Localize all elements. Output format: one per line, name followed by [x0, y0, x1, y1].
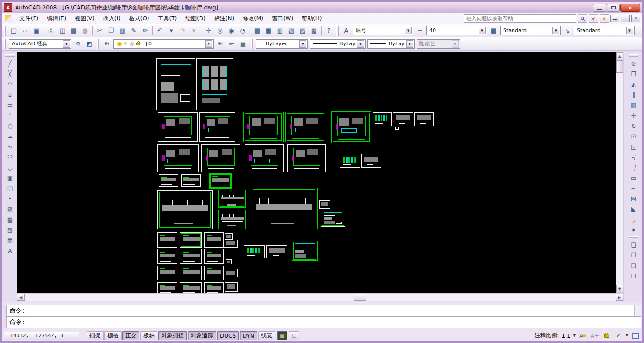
construction-line-icon[interactable]: ╳ [5, 69, 15, 79]
scroll-down-icon[interactable]: ▼ [616, 285, 623, 292]
toolbar-grip[interactable] [4, 26, 6, 36]
status-toggle-对象追踪[interactable]: 对象追踪 [188, 331, 216, 340]
lineweight-dropdown[interactable]: ByLayer▼ [367, 39, 415, 49]
point-icon[interactable]: • [5, 193, 15, 204]
status-toggle-DYN[interactable]: DYN [240, 331, 257, 340]
cut-icon[interactable]: ✂ [95, 26, 105, 36]
polyline-icon[interactable]: ◠ [5, 79, 15, 89]
vertical-scrollbar[interactable]: ▲ ▼ [616, 52, 624, 293]
dimension-style-dropdown[interactable]: 40▼ [426, 26, 487, 35]
menu-item-4[interactable]: 格式(O) [125, 14, 154, 24]
drawing-file-icon[interactable] [5, 15, 12, 22]
ellipse-icon[interactable]: ⬭ [5, 152, 15, 162]
chevron-down-icon[interactable]: ▼ [205, 40, 212, 48]
chevron-down-icon[interactable]: ▼ [406, 40, 413, 48]
menu-item-5[interactable]: 工具(T) [154, 14, 182, 24]
paste-icon[interactable]: ▥ [117, 26, 128, 36]
sheet-set-manager-icon[interactable]: ▧ [286, 26, 296, 36]
vertical-scroll-thumb[interactable] [616, 60, 623, 73]
toolbar-grip[interactable] [97, 39, 99, 49]
close-button[interactable]: ✕ [620, 4, 640, 12]
tool-palettes-icon[interactable]: ▥ [275, 26, 285, 36]
status-toggle-正交[interactable]: 正交 [122, 331, 139, 340]
color-dropdown[interactable]: ByLayer▼ [256, 39, 308, 49]
chamfer-icon[interactable]: ◣ [628, 204, 639, 214]
erase-icon[interactable]: ⊘ [628, 58, 639, 69]
rectangle-icon[interactable]: ▭ [5, 100, 15, 110]
command-input-line[interactable]: 命令: [7, 317, 641, 328]
model-space-icon[interactable]: ▦ [277, 331, 287, 340]
scroll-left-icon[interactable]: ◀ [17, 294, 25, 301]
toolbar-grip[interactable] [336, 26, 339, 36]
explode-icon[interactable]: ✶ [628, 224, 639, 235]
hatch-icon[interactable]: ▨ [5, 204, 15, 214]
status-toggle-栅格[interactable]: 栅格 [104, 331, 122, 340]
revision-cloud-icon[interactable]: ☁ [5, 131, 15, 141]
mtext-icon[interactable]: A [5, 245, 15, 256]
command-scrollbar[interactable] [634, 305, 641, 316]
my-workspace-icon[interactable]: ◩ [84, 39, 95, 49]
gradient-icon[interactable]: ▩ [5, 214, 15, 224]
break-at-point-icon[interactable]: ▭ [628, 172, 639, 183]
fillet-icon[interactable]: ◞ [628, 214, 639, 224]
menu-item-10[interactable]: 帮助(H) [297, 14, 326, 24]
menu-item-9[interactable]: 窗口(W) [268, 14, 297, 24]
layer-dropdown[interactable]: ● ☀ ◍ 0 ▼ [113, 39, 214, 49]
clean-screen-icon[interactable] [631, 332, 640, 340]
make-object-layer-current-icon[interactable]: ≋ [215, 39, 226, 49]
toolbar-grip[interactable] [5, 54, 15, 57]
layer-unlock-icon[interactable] [135, 41, 141, 47]
layer-thaw-sun-icon[interactable]: ☀ [122, 41, 129, 47]
annotation-visibility-icon[interactable]: A● [578, 332, 588, 340]
status-toggle-DUCS[interactable]: DUCS [217, 331, 239, 340]
markup-set-manager-icon[interactable]: ▨ [297, 26, 308, 36]
child-close-button[interactable]: ✕ [631, 15, 640, 22]
layer-on-bulb-icon[interactable]: ● [116, 41, 122, 47]
bring-above-objects-icon[interactable]: ❑ [628, 260, 639, 271]
text-style-dropdown[interactable]: 轴号▼ [353, 26, 413, 35]
menu-item-7[interactable]: 标注(N) [210, 14, 238, 24]
region-icon[interactable]: ▧ [5, 224, 15, 235]
multileader-style-icon[interactable]: ↘ [562, 26, 573, 36]
command-window-grip[interactable] [3, 305, 7, 328]
chevron-down-icon[interactable]: ▼ [405, 27, 412, 34]
block-editor-icon[interactable]: ✏ [140, 26, 150, 36]
circle-icon[interactable]: ○ [5, 120, 15, 131]
scale-icon[interactable]: ⊡ [628, 131, 639, 141]
horizontal-scroll-thumb[interactable] [354, 294, 366, 301]
save-icon[interactable]: ▣ [31, 26, 42, 36]
spline-icon[interactable]: ∿ [5, 141, 15, 152]
workspace-settings-icon[interactable]: ⚙ [73, 39, 83, 49]
coordinate-readout[interactable]: -14032, -127542, 0 [4, 332, 79, 340]
chevron-down-icon[interactable]: ▼ [357, 40, 364, 48]
layer-properties-manager-icon[interactable]: ≋ [102, 39, 112, 49]
drawing-canvas[interactable] [17, 52, 616, 293]
layer-color-swatch[interactable] [141, 41, 147, 47]
menu-item-8[interactable]: 修改(M) [238, 14, 268, 24]
menu-item-2[interactable]: 视图(V) [70, 14, 99, 24]
line-icon[interactable]: ╱ [5, 58, 15, 69]
status-menu-caret-icon[interactable]: ▼ [626, 334, 628, 338]
help-icon[interactable]: ? [323, 26, 334, 36]
offset-icon[interactable]: ∥ [628, 89, 639, 100]
pan-icon[interactable]: ✛ [203, 26, 214, 36]
rotate-icon[interactable]: ↻ [628, 120, 639, 131]
table-icon[interactable]: ▦ [5, 235, 15, 245]
undo-icon[interactable]: ↶ [155, 26, 165, 36]
match-properties-icon[interactable]: ✎ [129, 26, 139, 36]
layer-previous-icon[interactable]: ⇤ [226, 39, 237, 49]
trim-icon[interactable]: -/ [628, 152, 639, 162]
chevron-down-icon[interactable]: ▼ [552, 27, 559, 34]
minimize-button[interactable] [593, 4, 606, 12]
publish-icon[interactable]: ▤ [69, 26, 79, 36]
horizontal-scrollbar[interactable]: ◀ ▶ [17, 293, 624, 301]
plot-icon[interactable]: ⎙ [46, 26, 56, 36]
status-toggle-对象捕捉[interactable]: 对象捕捉 [158, 331, 187, 340]
new-icon[interactable]: □ [9, 26, 19, 36]
open-icon[interactable]: ▱ [20, 26, 30, 36]
toolbar-grip[interactable] [629, 54, 638, 57]
copy-icon[interactable]: ❐ [106, 26, 116, 36]
child-restore-button[interactable] [621, 15, 630, 22]
text-style-icon[interactable]: A [341, 26, 351, 36]
move-icon[interactable]: ✛ [628, 110, 639, 120]
